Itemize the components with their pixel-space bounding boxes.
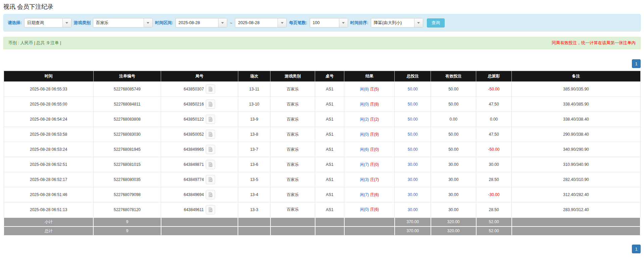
round-number: 643849774 [184, 177, 204, 182]
cell-round-number: 643850216 [161, 97, 238, 112]
sort-order-value: 降冪(由大到小) [371, 18, 414, 27]
summary-bar: 币别 : 人民币 | 总共 :9 注单 | 同局有效投注，统一计算在该局第一张注… [3, 37, 641, 49]
cell-payout: 30.00 [476, 157, 512, 172]
video-replay-icon [208, 207, 213, 212]
video-replay-icon [208, 102, 213, 107]
cell-note: 312.40/282.40 [512, 187, 640, 202]
cell-table-number: AS1 [315, 112, 344, 127]
video-replay-button[interactable] [206, 115, 215, 124]
cell-session: 13-5 [238, 172, 270, 187]
cell-time: 2025-08-28 06:52:51 [4, 157, 93, 172]
table-row: 2025-08-28 06:52:51 522768081015 6438498… [4, 157, 640, 172]
cell-table-number: AS1 [315, 172, 344, 187]
chevron-down-icon[interactable] [144, 18, 152, 27]
round-number: 643850216 [184, 102, 204, 107]
page-1-button[interactable]: 1 [632, 59, 641, 68]
chevron-down-icon[interactable] [278, 18, 286, 27]
search-button[interactable]: 查询 [427, 18, 445, 27]
subtotal-row: 小计 9 370.00 320.00 52.00 [4, 217, 640, 226]
cell-total-bet: 50.00 [395, 142, 431, 157]
video-replay-button[interactable] [206, 160, 215, 169]
cell-session: 13-8 [238, 127, 270, 142]
date-separator: ~ [230, 20, 233, 25]
query-type-label: 请选择: [8, 20, 22, 26]
bet-records-table: 时间 注单编号 局号 场次 游戏类别 桌号 结果 总投注 有效投注 总派彩 备注… [3, 71, 641, 236]
result-banker: 庄(0) [370, 162, 379, 167]
sort-order-label: 时间排序: [350, 20, 368, 26]
video-replay-icon [208, 192, 213, 197]
query-type-select[interactable]: 日期查询 [24, 18, 71, 27]
cell-bet-number: 522768080035 [93, 172, 161, 187]
total-bet-link[interactable]: 50.00 [408, 87, 418, 91]
cell-result: 闲(7) 庄(0) [344, 157, 395, 172]
cell-session: 13-9 [238, 112, 270, 127]
game-type-label: 游戏类别 [74, 20, 91, 26]
cell-round-number: 643849871 [161, 157, 238, 172]
cell-result: 闲(7) 庄(6) [344, 187, 395, 202]
header-time: 时间 [4, 71, 93, 82]
table-header-row: 时间 注单编号 局号 场次 游戏类别 桌号 结果 总投注 有效投注 总派彩 备注 [4, 71, 640, 82]
cell-total-bet: 50.00 [395, 127, 431, 142]
video-replay-button[interactable] [206, 100, 215, 109]
page-size-select[interactable]: 100 [310, 18, 348, 27]
chevron-down-icon[interactable] [339, 18, 348, 27]
sort-order-select[interactable]: 降冪(由大到小) [371, 18, 423, 27]
cell-note: 340.90/290.90 [512, 142, 640, 157]
cell-table-number: AS1 [315, 127, 344, 142]
chevron-down-icon[interactable] [62, 18, 71, 27]
cell-note: 310.90/340.90 [512, 157, 640, 172]
result-banker: 庄(7) [370, 177, 379, 182]
total-bet-link[interactable]: 50.00 [408, 132, 418, 137]
total-bet-link[interactable]: 50.00 [408, 102, 418, 107]
cell-payout: -30.00 [476, 187, 512, 202]
cell-time: 2025-08-28 06:55:00 [4, 97, 93, 112]
cell-time: 2025-08-28 06:51:13 [4, 202, 93, 217]
result-player: 闲(7) [360, 192, 369, 197]
video-replay-button[interactable] [206, 175, 215, 184]
cell-session: 13-10 [238, 97, 270, 112]
cell-note: 283.90/312.40 [512, 202, 640, 217]
table-row: 2025-08-28 06:51:13 522768078120 6438496… [4, 202, 640, 217]
total-bet-link[interactable]: 50.00 [408, 117, 418, 122]
cell-payout: -50.00 [476, 142, 512, 157]
summary-currency-count: 币别 : 人民币 | 总共 :9 注单 | [8, 40, 61, 46]
cell-valid-bet: 30.00 [431, 157, 476, 172]
video-replay-button[interactable] [206, 130, 215, 139]
total-bet-link[interactable]: 50.00 [408, 147, 418, 152]
table-row: 2025-08-28 06:53:58 522768083030 6438500… [4, 127, 640, 142]
game-type-select[interactable]: 百家乐 [93, 18, 153, 27]
total-bet-link[interactable]: 30.00 [408, 207, 418, 212]
cell-game-type: 百家乐 [270, 127, 315, 142]
round-number: 643849611 [184, 207, 204, 212]
cell-table-number: AS1 [315, 202, 344, 217]
page-1-button[interactable]: 1 [632, 245, 641, 253]
header-total-bet: 总投注 [395, 71, 431, 82]
total-bet-link[interactable]: 30.00 [408, 177, 418, 182]
video-replay-button[interactable] [206, 190, 215, 199]
chevron-down-icon[interactable] [414, 18, 423, 27]
total-bet-link[interactable]: 30.00 [408, 192, 418, 197]
cell-time: 2025-08-28 06:54:24 [4, 112, 93, 127]
date-from-select[interactable]: 2025-08-28 [176, 18, 227, 27]
filter-bar: 请选择: 日期查询 游戏类别 百家乐 时间区间: 2025-08-28 ~ 20… [3, 14, 641, 31]
header-table-no: 桌号 [315, 71, 344, 82]
subtotal-label: 小计 [4, 217, 93, 226]
video-replay-button[interactable] [206, 84, 215, 94]
video-replay-button[interactable] [206, 205, 215, 214]
result-player: 闲(7) [360, 162, 369, 167]
total-bet-link[interactable]: 30.00 [408, 162, 418, 167]
cell-note: 385.90/335.90 [512, 82, 640, 97]
cell-payout: 28.50 [476, 172, 512, 187]
table-row: 2025-08-28 06:52:17 522768080035 6438497… [4, 172, 640, 187]
cell-valid-bet: 30.00 [431, 187, 476, 202]
date-to-select[interactable]: 2025-08-28 [235, 18, 287, 27]
cell-valid-bet: 50.00 [431, 127, 476, 142]
cell-total-bet: 30.00 [395, 202, 431, 217]
cell-payout: -50.00 [476, 82, 512, 97]
cell-result: 闲(0) 庄(6) [344, 202, 395, 217]
cell-game-type: 百家乐 [270, 187, 315, 202]
chevron-down-icon[interactable] [218, 18, 227, 27]
video-replay-button[interactable] [206, 145, 215, 154]
cell-payout: 47.50 [476, 97, 512, 112]
cell-note: 338.40/385.90 [512, 97, 640, 112]
